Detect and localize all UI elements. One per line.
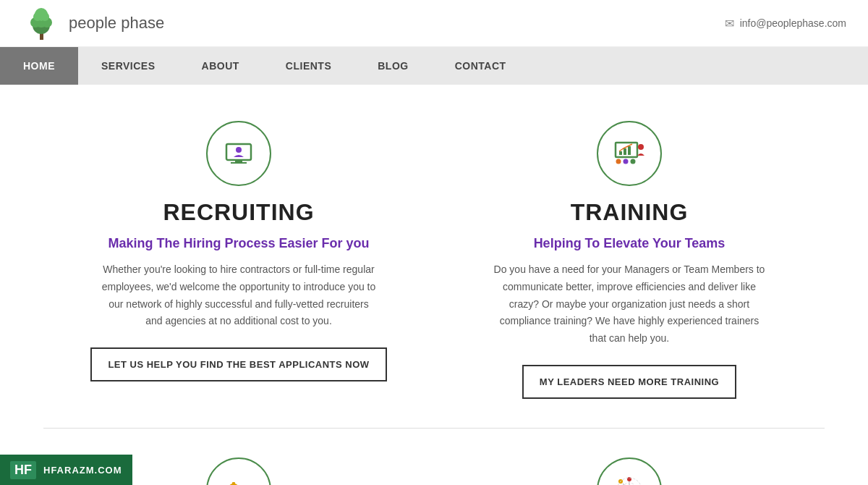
services-row: RECRUITING Making The Hiring Process Eas… <box>0 106 868 413</box>
nav-item-blog[interactable]: BLOG <box>354 47 431 85</box>
recruiting-icon-circle <box>206 121 271 186</box>
bottom-left-icon-circle <box>206 457 271 485</box>
svg-rect-15 <box>628 146 631 155</box>
top-bar: people phase ✉ info@peoplephase.com <box>0 0 868 47</box>
training-body: Do you have a need for your Managers or … <box>492 261 767 347</box>
nav-item-services[interactable]: SERVICES <box>78 47 179 85</box>
email-icon: ✉ <box>725 17 734 30</box>
svg-point-17 <box>616 159 621 164</box>
nav-item-home[interactable]: HOME <box>0 47 78 85</box>
email-address: info@peoplephase.com <box>740 17 846 29</box>
svg-rect-22 <box>232 482 235 485</box>
recruiting-icon <box>219 134 258 173</box>
logo-text: people phase <box>69 14 164 33</box>
gears-icon <box>219 471 258 485</box>
recruiting-cta-button[interactable]: LET US HELP YOU FIND THE BEST APPLICANTS… <box>90 347 386 381</box>
recruiting-title: RECRUITING <box>163 199 314 226</box>
bottom-right-icon-circle <box>597 457 662 485</box>
badge-letters: HF <box>10 461 36 479</box>
nav-item-contact[interactable]: CONTACT <box>432 47 529 85</box>
svg-rect-14 <box>624 148 626 155</box>
training-section: TRAINING Helping To Elevate Your Teams D… <box>434 114 825 406</box>
network-icon <box>610 471 649 485</box>
nav-bar: HOME SERVICES ABOUT CLIENTS BLOG CONTACT <box>0 47 868 85</box>
nav-item-about[interactable]: ABOUT <box>179 47 263 85</box>
training-title: TRAINING <box>571 199 689 226</box>
svg-rect-13 <box>619 151 622 155</box>
training-icon-circle <box>597 121 662 186</box>
svg-point-19 <box>631 159 636 164</box>
training-cta-button[interactable]: MY LEADERS NEED MORE TRAINING <box>522 365 736 399</box>
recruiting-subtitle: Making The Hiring Process Easier For you <box>108 236 369 251</box>
logo-tree-icon <box>22 4 61 43</box>
bottom-right-section <box>434 450 825 485</box>
email-area: ✉ info@peoplephase.com <box>725 17 846 30</box>
nav-item-clients[interactable]: CLIENTS <box>263 47 354 85</box>
badge-url: HFARAZM.COM <box>43 465 122 476</box>
training-icon <box>610 134 649 173</box>
footer-badge: HF HFARAZM.COM <box>0 455 132 485</box>
recruiting-section: RECRUITING Making The Hiring Process Eas… <box>43 114 434 406</box>
svg-point-7 <box>41 12 49 21</box>
svg-point-16 <box>638 144 644 150</box>
recruiting-body: Whether you're looking to hire contracto… <box>101 261 376 330</box>
section-divider <box>43 428 825 429</box>
svg-rect-10 <box>231 162 247 164</box>
svg-point-11 <box>236 147 242 153</box>
training-subtitle: Helping To Elevate Your Teams <box>534 236 726 251</box>
main-content: RECRUITING Making The Hiring Process Eas… <box>0 85 868 485</box>
svg-point-18 <box>624 159 629 164</box>
logo-area: people phase <box>22 4 164 43</box>
